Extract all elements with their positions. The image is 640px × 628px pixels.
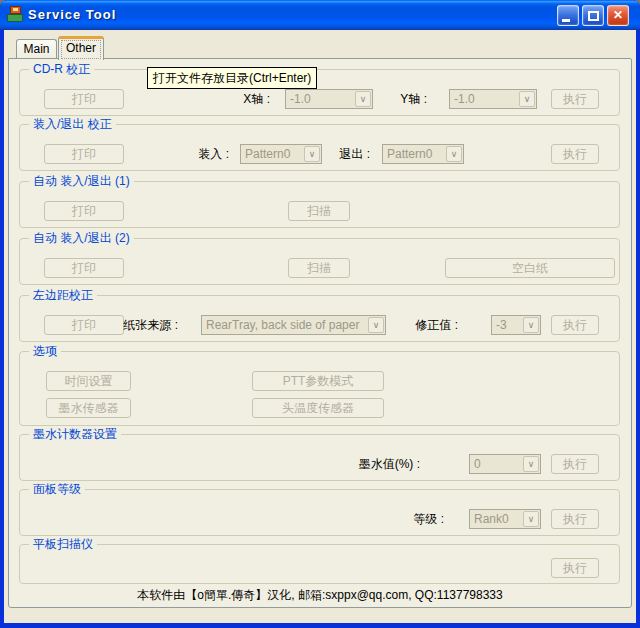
y-axis-combobox[interactable]: -1.0 ∨ [449, 89, 537, 109]
execute-button[interactable]: 执行 [551, 558, 599, 578]
group-title: 平板扫描仪 [29, 537, 97, 552]
chevron-down-icon[interactable]: ∨ [523, 317, 539, 333]
maximize-button[interactable] [582, 5, 604, 26]
group-flatbed-scanner: 平板扫描仪 执行 [19, 544, 620, 584]
execute-button[interactable]: 执行 [551, 454, 599, 474]
x-axis-value: -1.0 [290, 92, 311, 106]
tab-main[interactable]: Main [16, 39, 57, 59]
correction-combobox[interactable]: -3 ∨ [491, 315, 541, 335]
head-temperature-sensor-button[interactable]: 头温度传感器 [252, 398, 384, 418]
time-setting-button[interactable]: 时间设置 [46, 371, 131, 391]
chevron-down-icon[interactable]: ∨ [368, 317, 384, 333]
group-options: 选项 时间设置 PTT参数模式 墨水传感器 头温度传感器 [19, 351, 620, 426]
tab-focus-rect [61, 40, 101, 59]
group-panel-rank: 面板等级 等级 : Rank0 ∨ 执行 [19, 489, 620, 536]
eject-pattern-value: Pattern0 [387, 147, 432, 161]
paper-source-label: 纸张来源 : [102, 315, 178, 335]
tab-other[interactable]: Other [58, 36, 104, 60]
print-button[interactable]: 打印 [44, 89, 124, 109]
group-auto-load-eject-1: 自动 装入/退出 (1) 打印 扫描 [19, 181, 620, 228]
load-label: 装入 : [165, 144, 229, 164]
maximize-icon [588, 11, 599, 21]
eject-pattern-combobox[interactable]: Pattern0 ∨ [382, 144, 464, 164]
x-axis-combobox[interactable]: -1.0 ∨ [285, 89, 373, 109]
group-title: CD-R 校正 [29, 62, 94, 77]
group-title: 墨水计数器设置 [29, 427, 121, 442]
window-title: Service Tool [28, 7, 116, 22]
y-axis-value: -1.0 [454, 92, 475, 106]
dialog-client-area: Main Other CD-R 校正 打印 X轴 : -1.0 ∨ Y轴 : -… [4, 30, 636, 623]
execute-button[interactable]: 执行 [551, 89, 599, 109]
blank-paper-button[interactable]: 空白纸 [445, 258, 615, 278]
chevron-down-icon[interactable]: ∨ [523, 456, 539, 472]
print-button[interactable]: 打印 [44, 258, 124, 278]
ink-value-label: 墨水值(%) : [330, 454, 420, 474]
correction-value: -3 [496, 318, 507, 332]
chevron-down-icon[interactable]: ∨ [523, 511, 539, 527]
group-cdr-calibration: CD-R 校正 打印 X轴 : -1.0 ∨ Y轴 : -1.0 ∨ 执行 [19, 69, 620, 116]
minimize-icon [562, 19, 570, 22]
group-auto-load-eject-2: 自动 装入/退出 (2) 打印 扫描 空白纸 [19, 238, 620, 285]
print-button[interactable]: 打印 [44, 201, 124, 221]
paper-source-value: RearTray, back side of paper [206, 318, 359, 332]
tab-main-label: Main [23, 42, 49, 56]
paper-source-combobox[interactable]: RearTray, back side of paper ∨ [201, 315, 386, 335]
correction-label: 修正值 : [396, 315, 458, 335]
eject-label: 退出 : [312, 144, 370, 164]
load-pattern-value: Pattern0 [245, 147, 290, 161]
execute-button[interactable]: 执行 [551, 509, 599, 529]
app-icon [7, 6, 24, 23]
ink-value: 0 [474, 457, 481, 471]
group-load-eject-calibration: 装入/退出 校正 打印 装入 : Pattern0 ∨ 退出 : Pattern… [19, 124, 620, 171]
ink-sensor-button[interactable]: 墨水传感器 [46, 398, 131, 418]
scan-button[interactable]: 扫描 [288, 258, 350, 278]
chevron-down-icon[interactable]: ∨ [519, 91, 535, 107]
title-bar: Service Tool ✕ [0, 0, 640, 30]
group-title: 自动 装入/退出 (2) [29, 231, 134, 246]
y-axis-label: Y轴 : [375, 89, 427, 109]
close-icon: ✕ [613, 8, 623, 22]
group-left-margin-calibration: 左边距校正 打印 纸张来源 : RearTray, back side of p… [19, 295, 620, 342]
chevron-down-icon[interactable]: ∨ [446, 146, 462, 162]
tab-page-other: CD-R 校正 打印 X轴 : -1.0 ∨ Y轴 : -1.0 ∨ 执行 装入… [8, 58, 632, 608]
print-button[interactable]: 打印 [44, 144, 124, 164]
group-title: 装入/退出 校正 [29, 117, 116, 132]
ptt-parameter-mode-button[interactable]: PTT参数模式 [252, 371, 384, 391]
service-tool-window: Service Tool ✕ Main Other CD-R 校正 打印 X轴 … [0, 0, 640, 628]
close-button[interactable]: ✕ [607, 5, 629, 26]
load-pattern-combobox[interactable]: Pattern0 ∨ [240, 144, 322, 164]
minimize-button[interactable] [557, 5, 579, 26]
group-title: 面板等级 [29, 482, 85, 497]
localization-credit-text: 本软件由【o簡單.傳奇】汉化, 邮箱:sxppx@qq.com, QQ:1137… [9, 587, 631, 604]
group-ink-counter-setting: 墨水计数器设置 墨水值(%) : 0 ∨ 执行 [19, 434, 620, 481]
group-title: 左边距校正 [29, 288, 97, 303]
rank-combobox[interactable]: Rank0 ∨ [469, 509, 541, 529]
rank-label: 等级 : [388, 509, 444, 529]
execute-button[interactable]: 执行 [551, 144, 599, 164]
rank-value: Rank0 [474, 512, 509, 526]
tooltip: 打开文件存放目录(Ctrl+Enter) [147, 67, 317, 89]
scan-button[interactable]: 扫描 [288, 201, 350, 221]
chevron-down-icon[interactable]: ∨ [355, 91, 371, 107]
x-axis-label: X轴 : [200, 89, 270, 109]
group-title: 自动 装入/退出 (1) [29, 174, 134, 189]
group-title: 选项 [29, 344, 61, 359]
ink-value-combobox[interactable]: 0 ∨ [469, 454, 541, 474]
execute-button[interactable]: 执行 [551, 315, 599, 335]
